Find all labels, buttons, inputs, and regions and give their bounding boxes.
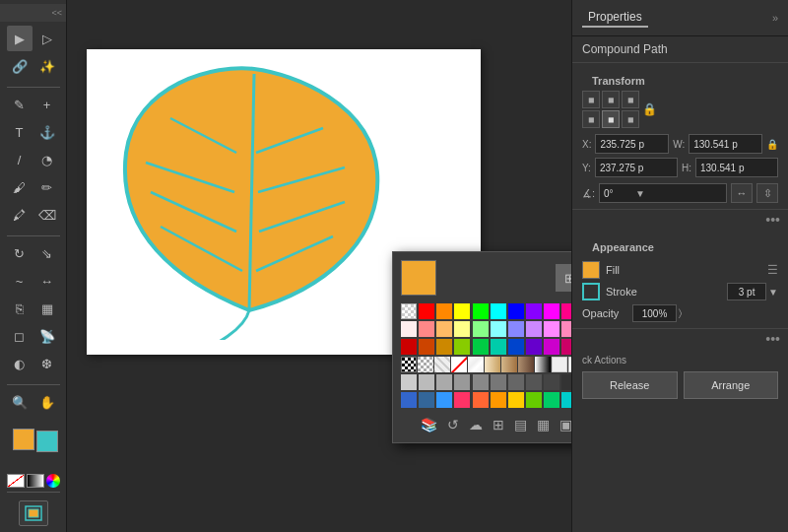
cp-swatch[interactable] [508, 321, 524, 337]
scale-tool[interactable]: ⇘ [34, 240, 60, 266]
cp-swatch[interactable] [454, 321, 470, 337]
hand-tool[interactable]: ✋ [34, 389, 60, 415]
transform-more-btn[interactable]: ••• [572, 210, 788, 230]
cp-pattern-swatch[interactable] [434, 357, 450, 372]
cp-swatch[interactable] [526, 321, 542, 337]
cp-swatch[interactable] [526, 339, 542, 355]
cp-white-swatch[interactable] [401, 303, 417, 319]
cp-swatch[interactable] [544, 303, 559, 319]
align-mc-btn[interactable]: ◼ [602, 110, 620, 128]
cp-swatch[interactable] [436, 321, 452, 337]
color-picker-btn[interactable] [46, 474, 60, 488]
cp-swatch[interactable] [568, 357, 571, 372]
collapse-label[interactable]: << [51, 8, 62, 18]
cp-swatch[interactable] [561, 392, 571, 408]
align-ml-btn[interactable]: ◼ [582, 110, 600, 128]
flip-horizontal-btn[interactable]: ↔ [731, 183, 753, 203]
y-input[interactable] [595, 158, 678, 177]
add-anchor-tool[interactable]: + [34, 92, 60, 117]
cp-swatch[interactable] [401, 321, 417, 337]
blob-brush-tool[interactable]: 🖍 [7, 202, 33, 228]
cp-swatch[interactable] [454, 303, 470, 319]
cp-swatch[interactable] [491, 374, 506, 390]
cp-swatch[interactable] [473, 392, 489, 408]
cp-swatch[interactable] [419, 339, 434, 355]
pencil-tool[interactable]: ✏ [34, 174, 60, 200]
mesh-tool[interactable]: ▦ [34, 296, 60, 321]
symbol-tool[interactable]: ❆ [34, 351, 60, 376]
select-tool[interactable]: ▶ [7, 26, 33, 51]
cp-swatch[interactable] [561, 321, 571, 337]
background-color-swatch[interactable] [36, 431, 58, 452]
release-button[interactable]: Release [582, 371, 678, 399]
opacity-dropdown-arrow[interactable]: 〉 [679, 307, 682, 319]
cp-swatch[interactable] [454, 392, 470, 408]
angle-dropdown-arrow[interactable]: ▼ [635, 188, 645, 199]
cp-grid-icon-btn[interactable]: ⊞ [556, 264, 571, 292]
flip-vertical-btn[interactable]: ⇳ [756, 183, 778, 203]
cp-pattern-swatch[interactable] [418, 357, 433, 372]
cp-swatch[interactable] [473, 321, 489, 337]
cp-swatch[interactable] [485, 357, 500, 372]
lasso-tool[interactable]: 🔗 [7, 53, 33, 79]
cp-swatch[interactable] [491, 321, 506, 337]
arrange-button[interactable]: Arrange [684, 371, 779, 399]
cp-libraries-icon[interactable]: 📚 [419, 415, 439, 434]
line-tool[interactable]: / [7, 147, 33, 172]
stroke-input[interactable] [727, 283, 766, 300]
cp-swatch[interactable] [473, 339, 489, 355]
cp-swatch[interactable] [436, 303, 452, 319]
cp-swatch[interactable] [552, 357, 567, 372]
cp-swatch[interactable] [401, 339, 417, 355]
x-input[interactable] [595, 134, 669, 154]
artboard-tool[interactable] [19, 500, 48, 526]
cp-swatch[interactable] [419, 374, 434, 390]
cp-swatch[interactable] [419, 321, 434, 337]
cp-swatch[interactable] [419, 392, 434, 408]
cp-swatch[interactable] [544, 321, 559, 337]
warp-tool[interactable]: ~ [7, 268, 33, 294]
stroke-color-swatch[interactable] [582, 283, 600, 300]
eraser-tool[interactable]: ⌫ [34, 202, 60, 228]
paintbrush-tool[interactable]: 🖌 [7, 174, 33, 200]
cp-swatch[interactable] [508, 374, 524, 390]
fill-list-icon[interactable]: ☰ [767, 263, 778, 277]
cp-swatch[interactable] [436, 339, 452, 355]
cp-swatch[interactable] [401, 374, 417, 390]
cp-grid-view-icon[interactable]: ⊞ [491, 415, 506, 434]
rotate-tool[interactable]: ↻ [7, 240, 33, 266]
lock-wh-icon[interactable]: 🔒 [766, 139, 778, 150]
cp-swatch[interactable] [561, 303, 571, 319]
lock-proportions-icon[interactable]: 🔒 [642, 102, 657, 116]
properties-tab[interactable]: Properties [582, 8, 648, 28]
panel-expand-btn[interactable]: » [772, 12, 778, 24]
blend-tool[interactable]: ◐ [7, 351, 33, 376]
cp-swatch[interactable] [401, 392, 417, 408]
magic-wand-tool[interactable]: ✨ [34, 53, 60, 79]
pen-tool[interactable]: ✎ [7, 92, 33, 117]
cp-swatch[interactable] [535, 357, 551, 372]
cp-swatch[interactable] [491, 392, 506, 408]
align-tr-btn[interactable]: ◼ [622, 91, 639, 108]
gradient-color-btn[interactable] [27, 474, 44, 488]
cp-pattern-swatch[interactable] [401, 357, 417, 372]
cp-list-view-icon[interactable]: ▤ [512, 415, 529, 434]
cp-swatch[interactable] [473, 303, 489, 319]
cp-swatch[interactable] [526, 374, 542, 390]
align-tc-btn[interactable]: ◼ [602, 91, 620, 108]
direct-select-tool[interactable]: ▷ [34, 26, 60, 51]
w-input[interactable] [689, 134, 762, 154]
leaf-illustration[interactable] [97, 54, 402, 340]
cp-swatch[interactable] [526, 392, 542, 408]
cp-swatch[interactable] [491, 303, 506, 319]
cp-swatch[interactable] [501, 357, 517, 372]
type-tool[interactable]: T [7, 119, 33, 145]
cp-swatch[interactable] [526, 303, 542, 319]
h-input[interactable] [695, 158, 778, 177]
cp-swatch[interactable] [544, 339, 559, 355]
cp-swatch[interactable] [508, 392, 524, 408]
cp-swatch[interactable] [436, 392, 452, 408]
cp-swatch[interactable] [454, 339, 470, 355]
arc-tool[interactable]: ◔ [34, 147, 60, 172]
fill-color-swatch[interactable] [582, 261, 600, 279]
